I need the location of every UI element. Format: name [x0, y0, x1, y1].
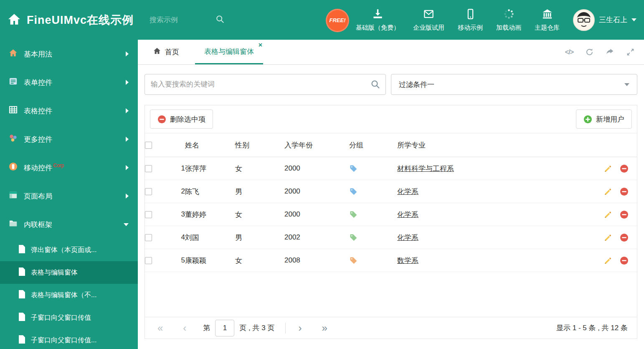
column-header-name[interactable]: 姓名 [185, 133, 235, 157]
edit-icon[interactable] [603, 256, 612, 265]
sidebar-subitem-label: 表格与编辑窗体 [31, 268, 78, 277]
sidebar-item-grid-controls[interactable]: 表格控件 [0, 97, 138, 125]
sidebar-item-more-controls[interactable]: 更多控件 [0, 125, 138, 153]
edit-icon[interactable] [603, 164, 612, 173]
nav-item-mobile-demo[interactable]: 移动示例 [458, 8, 483, 32]
nav-item-loading-anim[interactable]: 加载动画 [496, 8, 521, 32]
search-icon[interactable] [370, 79, 380, 89]
edit-icon[interactable] [603, 233, 612, 242]
bank-icon [542, 8, 553, 21]
source-code-icon[interactable]: </> [565, 48, 573, 56]
grid-panel: 删除选中项 新增用户 [145, 105, 637, 339]
sidebar-subitem-child-to-parent-2[interactable]: 子窗口向父窗口传值... [0, 329, 138, 349]
file-icon [18, 313, 25, 323]
column-header-gender[interactable]: 性别 [235, 133, 284, 157]
spinner-icon [503, 8, 515, 21]
chevron-down-icon [631, 18, 636, 21]
edit-icon[interactable] [603, 187, 612, 196]
nav-item-label: 加载动画 [496, 24, 521, 32]
first-page-icon[interactable]: « [157, 323, 163, 333]
sidebar-item-label: 移动控件Corp [24, 163, 64, 173]
last-page-icon[interactable]: » [322, 323, 327, 333]
open-new-window-icon[interactable] [606, 48, 614, 56]
tab-home[interactable]: 首页 [144, 40, 188, 64]
filter-dropdown-value: 过滤条件一 [399, 80, 434, 89]
chevron-down-icon [124, 223, 129, 226]
delete-icon[interactable] [620, 210, 629, 219]
nav-item-theme-store[interactable]: 主题仓库 [535, 8, 560, 32]
sidebar-item-form-controls[interactable]: 表单控件 [0, 68, 138, 97]
header-search [149, 15, 225, 25]
keyword-search-input[interactable] [145, 74, 386, 95]
sidebar-item-basic-usage[interactable]: 基本用法 [0, 40, 138, 68]
chevron-right-icon [126, 51, 129, 56]
row-checkbox[interactable] [145, 257, 152, 264]
cell-name: 刘国 [185, 226, 235, 249]
select-all-checkbox[interactable] [145, 142, 152, 149]
header-search-input[interactable] [149, 15, 211, 25]
major-link[interactable]: 材料科学与工程系 [397, 165, 454, 173]
major-link[interactable]: 化学系 [397, 188, 418, 196]
sidebar-subitem-grid-edit-window[interactable]: 表格与编辑窗体 [0, 261, 138, 284]
prev-page-icon[interactable]: ‹ [183, 323, 186, 333]
sidebar-subitem-popup-window[interactable]: 弹出窗体（本页面或... [0, 239, 138, 261]
user-menu[interactable]: 三生石上 [573, 9, 636, 31]
table-icon [8, 105, 18, 117]
nav-item-basic-free[interactable]: 基础版（免费） [356, 8, 400, 32]
column-header-group[interactable]: 分组 [349, 133, 397, 157]
sidebar-subitem-child-to-parent[interactable]: 子窗口向父窗口传值 [0, 306, 138, 329]
layout-icon [8, 190, 18, 202]
cell-gender: 女 [235, 249, 284, 272]
keyword-search [145, 74, 386, 95]
tab-grid-edit-window[interactable]: 表格与编辑窗体 × [195, 40, 263, 64]
major-link[interactable]: 化学系 [397, 211, 418, 219]
page-suffix: 页 , 共 3 页 [239, 323, 274, 333]
home-icon[interactable] [8, 13, 21, 28]
table-row: 1 张萍萍 女 2000 材料科学与工程系 [145, 157, 637, 180]
file-icon [18, 267, 25, 278]
next-page-icon[interactable]: › [298, 323, 302, 333]
row-checkbox[interactable] [145, 165, 152, 172]
page-number-input[interactable] [215, 320, 234, 336]
tab-label: 表格与编辑窗体 [204, 47, 254, 56]
major-link[interactable]: 数学系 [397, 257, 418, 265]
sidebar-item-mobile-controls[interactable]: 移动控件Corp [0, 153, 138, 182]
nav-item-enterprise-trial[interactable]: 企业版试用 [413, 8, 444, 32]
page-prefix: 第 [203, 323, 210, 333]
fullscreen-icon[interactable] [626, 48, 635, 56]
sidebar-item-page-layout[interactable]: 页面布局 [0, 182, 138, 210]
refresh-icon[interactable] [585, 48, 594, 56]
row-checkbox[interactable] [145, 234, 152, 241]
row-number: 1 [164, 157, 185, 180]
cell-name: 陈飞 [185, 180, 235, 203]
chevron-right-icon [126, 108, 129, 113]
cell-year: 2000 [284, 180, 349, 203]
column-header-major[interactable]: 所学专业 [397, 133, 587, 157]
delete-selected-button[interactable]: 删除选中项 [150, 110, 213, 129]
column-header-year[interactable]: 入学年份 [284, 133, 349, 157]
delete-icon[interactable] [620, 187, 629, 196]
sidebar-subitem-label: 弹出窗体（本页面或... [31, 246, 96, 255]
delete-icon[interactable] [620, 256, 629, 265]
tag-icon [349, 164, 357, 173]
tab-close-icon[interactable]: × [259, 42, 262, 48]
filter-dropdown[interactable]: 过滤条件一 [391, 74, 637, 95]
edit-icon[interactable] [603, 210, 612, 219]
row-checkbox[interactable] [145, 211, 152, 218]
free-badge: FREE! [326, 9, 349, 32]
cell-gender: 男 [235, 180, 284, 203]
sidebar-subitem-grid-edit-window-2[interactable]: 表格与编辑窗体（不... [0, 284, 138, 306]
chevron-right-icon [126, 165, 129, 170]
chevron-right-icon [126, 80, 129, 85]
pager-divider [285, 323, 286, 334]
delete-icon[interactable] [620, 164, 629, 173]
major-link[interactable]: 化学系 [397, 234, 418, 242]
cell-year: 2008 [284, 249, 349, 272]
search-icon[interactable] [211, 15, 225, 25]
add-user-button[interactable]: 新增用户 [576, 110, 632, 129]
delete-icon[interactable] [620, 233, 629, 242]
sidebar-item-iframe[interactable]: 内联框架 [0, 210, 138, 239]
corp-badge: Corp [53, 163, 64, 168]
sidebar-item-label: 表单控件 [24, 78, 52, 87]
row-checkbox[interactable] [145, 188, 152, 195]
